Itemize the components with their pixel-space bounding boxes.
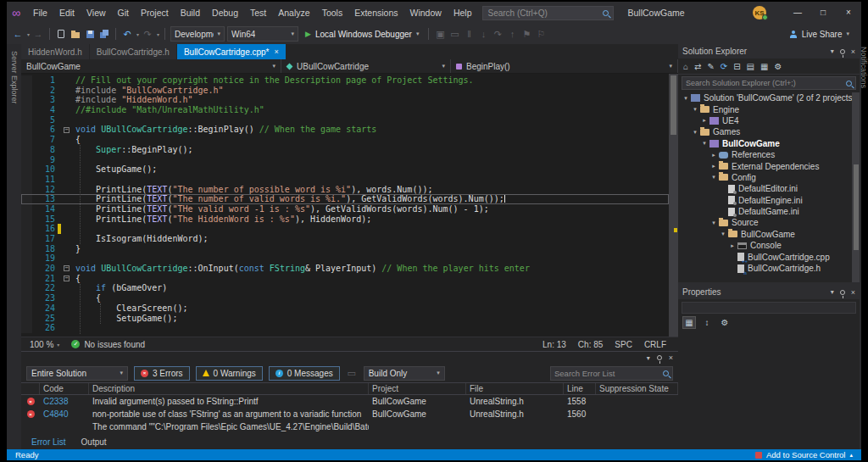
code-line-22[interactable]: 22 if (bGameOver) xyxy=(21,283,669,293)
menu-item-git[interactable]: Git xyxy=(112,2,135,24)
quick-search-input[interactable]: Search (Ctrl+Q) xyxy=(482,6,614,20)
menu-item-test[interactable]: Test xyxy=(244,2,272,24)
expand-arrow-icon[interactable]: ▸ xyxy=(709,163,718,170)
flag-outline-icon[interactable]: ⚐ xyxy=(535,26,547,42)
collapse-arrow-icon[interactable]: ▾ xyxy=(709,174,718,181)
tree-item-defaultengine-ini[interactable]: DefaultEngine.ini xyxy=(678,195,860,206)
warnings-filter-button[interactable]: 0 Warnings xyxy=(196,366,263,381)
breakpoint-margin[interactable] xyxy=(21,244,32,254)
code-line-8[interactable]: 8 Super::BeginPlay(); xyxy=(21,145,669,155)
menu-item-build[interactable]: Build xyxy=(175,2,206,24)
expand-arrow-icon[interactable]: ▸ xyxy=(728,242,737,249)
breakpoint-margin[interactable] xyxy=(21,164,32,175)
navigate-back-icon[interactable]: ← xyxy=(12,26,24,42)
breakpoint-margin[interactable] xyxy=(21,323,32,333)
tree-item-bullcowcartridge-cpp[interactable]: BullCowCartridge.cpp xyxy=(678,251,860,262)
tree-item-games[interactable]: ▾Games xyxy=(678,126,860,137)
breakpoint-margin[interactable] xyxy=(21,314,32,324)
column-suppression-state[interactable]: Suppression State xyxy=(596,383,678,394)
doc-tab-bullcowcartridge-h[interactable]: BullCowCartridge.h xyxy=(90,44,177,59)
breakpoint-margin[interactable] xyxy=(21,145,32,155)
editor-vertical-scrollbar[interactable] xyxy=(669,74,678,337)
code-line-7[interactable]: 7{ xyxy=(21,135,669,145)
tree-item-ue4[interactable]: ▸UE4 xyxy=(678,115,860,126)
code-line-21[interactable]: 21−{ xyxy=(21,274,669,284)
solution-explorer-scrollbar[interactable] xyxy=(852,92,860,282)
tree-item-console[interactable]: ▸Console xyxy=(678,240,860,251)
column-file[interactable]: File xyxy=(466,383,564,394)
code-line-24[interactable]: 24 ClearScreen(); xyxy=(21,303,669,314)
code-line-18[interactable]: 18} xyxy=(21,244,669,254)
menu-item-edit[interactable]: Edit xyxy=(53,2,81,24)
tree-item-bullcowcartridge-h[interactable]: BullCowCartridge.h xyxy=(678,263,860,274)
breakpoint-margin[interactable] xyxy=(21,125,32,135)
chevron-down-icon[interactable]: ▾ xyxy=(27,31,30,37)
navigate-forward-icon[interactable]: → xyxy=(32,26,44,42)
screenshot-icon[interactable]: ▣ xyxy=(434,26,446,42)
code-line-15[interactable]: 15 PrintLine(TEXT("The HiddenWord is : %… xyxy=(21,214,669,225)
add-to-source-control-button[interactable]: Add to Source Control ▴ xyxy=(755,450,853,459)
column-code[interactable]: Code xyxy=(40,383,89,394)
breakpoint-margin[interactable] xyxy=(21,234,32,244)
chevron-down-icon[interactable]: ▾ xyxy=(647,354,650,362)
maximize-button[interactable]: □ xyxy=(810,2,836,24)
breakpoint-margin[interactable] xyxy=(21,283,32,293)
breakpoint-margin[interactable] xyxy=(21,194,32,204)
code-line-6[interactable]: 6−void UBullCowCartridge::BeginPlay() //… xyxy=(21,125,669,135)
member-dropdown[interactable]: BeginPlay() ▾ xyxy=(451,59,678,73)
code-line-25[interactable]: 25 SetupGame(); xyxy=(21,314,669,324)
doc-tab-bullcowcartridge-cpp[interactable]: BullCowCartridge.cpp*× xyxy=(177,44,287,59)
collapse-arrow-icon[interactable]: ▾ xyxy=(682,95,690,102)
undo-icon[interactable]: ↶ xyxy=(121,26,133,42)
chevron-down-icon[interactable]: ▾ xyxy=(831,288,834,296)
breakpoint-margin[interactable] xyxy=(21,95,32,105)
breakpoint-margin[interactable] xyxy=(21,135,32,145)
code-line-2[interactable]: 2#include "BullCowCartridge.h" xyxy=(21,86,669,96)
server-explorer-tab[interactable]: Server Explorer xyxy=(10,51,19,104)
show-all-files-icon[interactable]: ▤ xyxy=(747,62,754,71)
break-all-icon[interactable]: ‖ xyxy=(463,26,475,42)
column-line[interactable]: Line xyxy=(564,383,596,394)
fold-margin[interactable]: − xyxy=(61,264,72,274)
menu-item-window[interactable]: Window xyxy=(404,2,448,24)
properties-object-select[interactable] xyxy=(682,302,856,314)
document-health-indicator[interactable]: ✓ No issues found xyxy=(71,340,145,349)
fold-margin[interactable]: − xyxy=(61,125,72,135)
code-line-11[interactable]: 11 xyxy=(21,175,669,185)
scrollbar-thumb[interactable] xyxy=(670,75,676,135)
view-code-icon[interactable]: ▦ xyxy=(760,62,768,71)
step-over-icon[interactable]: ↷ xyxy=(492,26,504,42)
collapse-all-icon[interactable]: ⊟ xyxy=(733,62,740,71)
collapse-arrow-icon[interactable]: ▾ xyxy=(700,140,709,147)
error-row-2[interactable]: ×C4840non-portable use of class 'FString… xyxy=(21,408,678,420)
menu-item-file[interactable]: File xyxy=(27,2,53,24)
code-line-26[interactable]: 26 xyxy=(21,323,669,333)
chevron-down-icon[interactable]: ▾ xyxy=(831,47,834,55)
clear-icon[interactable]: ▭ xyxy=(346,365,358,381)
code-line-20[interactable]: 20−void UBullCowCartridge::OnInput(const… xyxy=(21,264,669,274)
home-icon[interactable]: ⌂ xyxy=(683,62,688,71)
breakpoint-margin[interactable] xyxy=(21,75,32,86)
property-pages-icon[interactable]: ⚙ xyxy=(718,316,732,329)
tree-item-references[interactable]: ▸References xyxy=(678,149,860,160)
close-tab-icon[interactable]: × xyxy=(275,47,279,56)
breakpoint-margin[interactable] xyxy=(21,155,32,165)
collapse-arrow-icon[interactable]: ▾ xyxy=(719,231,727,237)
expand-arrow-icon[interactable]: ▸ xyxy=(700,117,709,124)
breakpoint-margin[interactable] xyxy=(21,224,32,234)
breakpoint-margin[interactable] xyxy=(21,253,32,264)
pin-icon[interactable] xyxy=(840,290,845,295)
collapse-region-icon[interactable]: − xyxy=(64,127,70,133)
collapse-arrow-icon[interactable]: ▾ xyxy=(691,129,699,136)
pencil-icon[interactable]: ✎ xyxy=(707,62,714,71)
expand-arrow-icon[interactable]: ▸ xyxy=(709,152,718,159)
close-icon[interactable]: × xyxy=(851,288,855,297)
breakpoint-margin[interactable] xyxy=(21,86,32,96)
column-description[interactable]: Description xyxy=(89,383,369,394)
code-line-19[interactable]: 19 xyxy=(21,253,669,264)
breakpoint-margin[interactable] xyxy=(21,214,32,225)
tree-item-config[interactable]: ▾Config xyxy=(678,172,860,183)
code-line-12[interactable]: 12 PrintLine(TEXT("The number of possibl… xyxy=(21,185,669,195)
minimize-button[interactable]: — xyxy=(785,2,810,24)
menu-item-analyze[interactable]: Analyze xyxy=(272,2,315,24)
